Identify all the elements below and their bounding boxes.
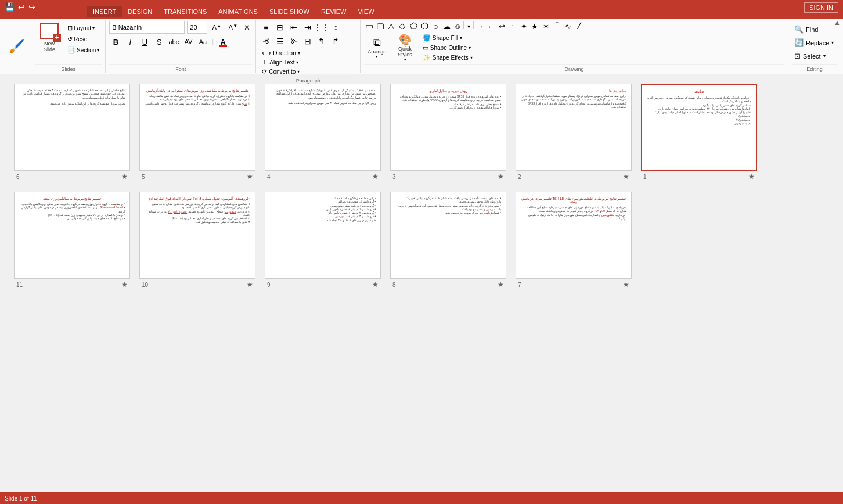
ltr-button[interactable]: ↱	[329, 35, 342, 48]
ribbon-tab-design[interactable]: DESIGN	[122, 6, 158, 17]
slide-thumb-6[interactable]: نتایج حاصل از این مطالعه نشان داد که تجو…	[14, 84, 130, 182]
new-slide-button[interactable]: + New Slide	[35, 21, 64, 55]
font-color-button[interactable]: A	[217, 35, 229, 48]
section-button[interactable]: 📑 Section ▾	[65, 45, 102, 55]
shape-fill-button[interactable]: 🪣 Shape Fill ▾	[420, 34, 475, 42]
rtl-button[interactable]: ↰	[315, 35, 328, 48]
shape-curve[interactable]: ∿	[563, 21, 573, 29]
columns-button[interactable]: ⋮⋮	[315, 21, 328, 34]
slide-num-6: 6	[16, 174, 20, 180]
shape-circle[interactable]: ○	[430, 21, 441, 29]
slide-thumb-9[interactable]: در این مطالعه از ۵ گروه استفاده شد: • گر…	[265, 192, 381, 290]
find-label: Find	[806, 26, 818, 33]
strikethrough-button[interactable]: S	[153, 35, 165, 48]
save-icon[interactable]: 💾	[5, 2, 15, 12]
font-name-input[interactable]	[109, 21, 185, 34]
shape-outline-button[interactable]: ▭ Shape Outline ▾	[420, 44, 475, 52]
reset-button[interactable]: ↺ Reset	[65, 34, 102, 44]
shape-more[interactable]: ▾	[463, 21, 474, 29]
shape-diamond[interactable]: ◇	[397, 21, 408, 29]
ribbon-tab-review[interactable]: REVIEW	[315, 6, 352, 17]
slide-thumb-4[interactable]: مقدمه و هدف: دیابت یکی از بیماری های متا…	[265, 84, 381, 182]
undo-icon[interactable]: ↩	[18, 2, 25, 12]
slide-star-8[interactable]: ★	[498, 280, 504, 289]
arrange-button[interactable]: ⧉ Arrange ▾	[364, 34, 390, 62]
select-button[interactable]: ⊡ Select ▾	[792, 51, 837, 62]
shrink-font-button[interactable]: A▼	[226, 22, 240, 33]
slide-thumb-11[interactable]: تفسیر نتایج مربوط به میانگین وزن بیضه • …	[14, 192, 130, 290]
char-spacing-button[interactable]: AV	[182, 35, 194, 48]
ribbon-tab-insert[interactable]: INSERT	[87, 6, 122, 17]
shape-arrow-up[interactable]: ↑	[507, 21, 518, 29]
shape-effects-button[interactable]: ✨ Shape Effects ▾	[420, 53, 475, 62]
shape-line[interactable]: ╱	[574, 21, 584, 29]
slide-star-1[interactable]: ★	[748, 172, 755, 181]
shape-pentagon[interactable]: ⬠	[408, 21, 419, 29]
layout-button[interactable]: ⊞ Layout ▾	[65, 23, 102, 33]
shape-star4[interactable]: ✦	[518, 21, 529, 29]
convert-to-button[interactable]: ⟳ Convert to ▾	[260, 67, 356, 76]
numbering-button[interactable]: ⊟	[273, 21, 286, 34]
slide-star-2[interactable]: ★	[623, 172, 629, 181]
aa-button[interactable]: Aa	[196, 35, 209, 48]
ribbon-collapse-button[interactable]: ▲	[834, 19, 841, 27]
ribbon-tab-animations[interactable]: ANIMATIONS	[212, 6, 264, 17]
slide-star-5[interactable]: ★	[247, 172, 253, 181]
shadow-button[interactable]: abc	[167, 35, 180, 48]
shape-arrow-back[interactable]: ↩	[496, 21, 507, 29]
replace-button[interactable]: 🔄 Replace ▾	[792, 37, 837, 48]
line-spacing-button[interactable]: ↕	[329, 21, 342, 34]
slide-star-11[interactable]: ★	[121, 280, 128, 289]
shape-triangle[interactable]: △	[386, 21, 397, 29]
justify-button[interactable]: ⊟	[301, 35, 314, 48]
align-right-button[interactable]: ⫸	[287, 35, 300, 48]
slide-thumb-3[interactable]: روش تجزیه و تحلیل آماری • داده ها با است…	[390, 84, 506, 182]
align-center-button[interactable]: ☰	[273, 35, 286, 48]
quick-styles-button[interactable]: 🎨 Quick Styles ▾	[394, 31, 416, 64]
bullets-button[interactable]: ≡	[260, 21, 272, 34]
text-direction-label: Direction	[273, 50, 296, 56]
slide-star-7[interactable]: ★	[623, 280, 629, 289]
clear-format-button[interactable]: ✕	[242, 23, 252, 33]
slide-thumb-8[interactable]: • داده های به دست آمده از بررسی بافت بیض…	[390, 192, 506, 290]
decrease-indent-button[interactable]: ⇤	[287, 21, 300, 34]
shape-arrow-left[interactable]: ←	[485, 21, 496, 29]
bold-button[interactable]: B	[109, 35, 122, 48]
shape-rounded-rect[interactable]: ▢	[375, 21, 386, 29]
shape-arrow-right[interactable]: →	[474, 21, 485, 29]
slide-thumb-5[interactable]: تفسیر نتایج مربوط به مقایسه روز- موش های…	[139, 84, 255, 182]
slide-thumb-10[interactable]: • گروهبندی آلبومین: جدول شماره ۱۴(c)؛ نم…	[139, 192, 255, 290]
ribbon-tab-view[interactable]: VIEW	[352, 6, 380, 17]
slide-thumb-1[interactable]: دیابت • خواهید یافت که یکی از شایعترین ب…	[641, 84, 757, 182]
ribbon-tab-transitions[interactable]: TRANSITIONS	[158, 6, 212, 17]
find-button[interactable]: 🔍 Find	[792, 24, 837, 35]
shape-rect[interactable]: ▭	[364, 21, 374, 29]
text-direction-button[interactable]: ⟷ Direction ▾	[260, 49, 356, 57]
painter-button[interactable]: 🖌️	[6, 21, 27, 72]
underline-button[interactable]: U	[138, 35, 151, 48]
slide-star-6[interactable]: ★	[121, 172, 128, 181]
editing-group-label: Editing	[792, 64, 837, 72]
signin-button[interactable]: SIGN IN	[804, 2, 838, 13]
shape-star6[interactable]: ✶	[541, 21, 551, 29]
grow-font-button[interactable]: A▲	[210, 22, 224, 33]
slide-star-9[interactable]: ★	[372, 280, 379, 289]
ribbon-tab-slideshow[interactable]: SLIDE SHOW	[264, 6, 315, 17]
font-size-input[interactable]	[187, 21, 207, 34]
shape-cloud[interactable]: ☁	[441, 21, 452, 29]
increase-indent-button[interactable]: ⇥	[301, 21, 314, 34]
redo-icon[interactable]: ↪	[28, 2, 35, 12]
slide-star-10[interactable]: ★	[247, 280, 253, 289]
align-text-button[interactable]: ⊤ Align Text ▾	[260, 58, 356, 67]
align-left-button[interactable]: ⫷	[260, 35, 272, 48]
italic-button[interactable]: I	[124, 35, 136, 48]
slide-thumb-7[interactable]: تفسیر نتایج مربوطه به غلظت هورمون های TS…	[516, 192, 632, 290]
shape-star5[interactable]: ★	[529, 21, 540, 29]
slide-star-4[interactable]: ★	[372, 172, 379, 181]
shape-hexagon[interactable]: ⬡	[419, 21, 430, 29]
slide-thumb-2[interactable]: مواد و روش ها در این مطالعه تعدادی موش ص…	[516, 84, 632, 182]
shape-arc[interactable]: ⌒	[552, 21, 562, 29]
shape-smiley[interactable]: ☺	[452, 21, 463, 29]
slide-star-3[interactable]: ★	[498, 172, 504, 181]
section-label: Section	[77, 47, 96, 53]
